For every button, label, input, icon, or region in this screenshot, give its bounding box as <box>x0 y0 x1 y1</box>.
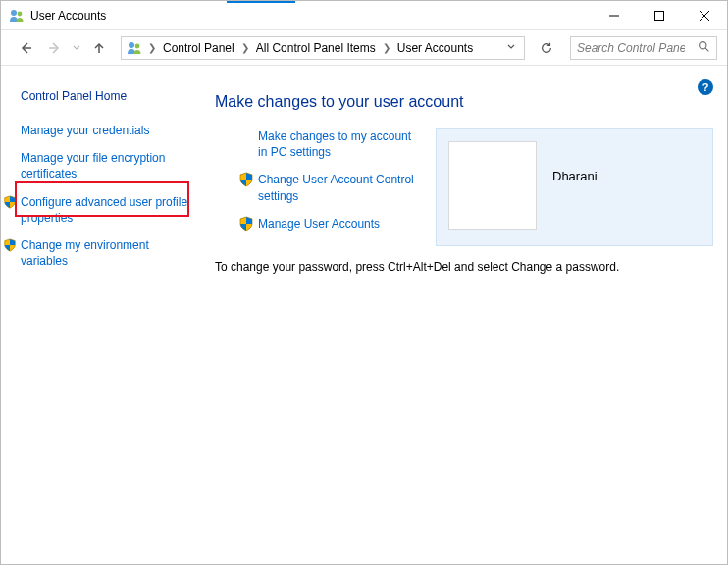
user-name: Dharani <box>552 169 598 183</box>
window-title: User Accounts <box>30 9 106 23</box>
shield-icon <box>3 195 17 209</box>
back-button[interactable] <box>15 36 38 60</box>
user-card: Dharani <box>436 128 713 246</box>
search-box[interactable] <box>570 36 717 60</box>
recent-locations-button[interactable] <box>70 44 83 52</box>
sidebar-link-label: Change my environment variables <box>21 238 149 268</box>
svg-point-9 <box>700 41 706 48</box>
breadcrumb-item[interactable]: All Control Panel Items <box>252 41 380 55</box>
close-button[interactable] <box>682 1 727 30</box>
link-label: Change User Account Control settings <box>258 172 416 203</box>
sidebar-link-label: Configure advanced user profile properti… <box>21 195 187 225</box>
chevron-right-icon[interactable]: ❯ <box>240 42 250 53</box>
link-uac-settings[interactable]: Change User Account Control settings <box>260 172 416 203</box>
content-body: ? Control Panel Home Manage your credent… <box>1 66 727 564</box>
search-input[interactable] <box>577 41 685 55</box>
search-icon[interactable] <box>698 40 710 56</box>
sidebar-link-env-vars[interactable]: Change my environment variables <box>21 237 197 269</box>
main-content: Make changes to your user account Make c… <box>207 66 727 564</box>
chevron-right-icon[interactable]: ❯ <box>147 42 157 53</box>
sidebar: Control Panel Home Manage your credentia… <box>1 66 207 564</box>
svg-rect-3 <box>655 11 664 20</box>
account-links: Make changes to my account in PC setting… <box>215 128 416 246</box>
window-controls <box>592 1 727 30</box>
sidebar-link-advanced-profile[interactable]: Configure advanced user profile properti… <box>21 194 197 226</box>
breadcrumb[interactable]: ❯ Control Panel ❯ All Control Panel Item… <box>121 36 525 60</box>
account-row: Make changes to my account in PC setting… <box>215 128 713 246</box>
svg-line-10 <box>705 48 708 51</box>
maximize-button[interactable] <box>637 1 682 30</box>
minimize-button[interactable] <box>592 1 637 30</box>
control-panel-home-link[interactable]: Control Panel Home <box>21 89 197 103</box>
link-manage-accounts[interactable]: Manage User Accounts <box>260 216 416 231</box>
accent-stripe <box>227 0 295 3</box>
password-note: To change your password, press Ctrl+Alt+… <box>215 260 713 274</box>
link-pc-settings[interactable]: Make changes to my account in PC setting… <box>260 128 416 160</box>
link-label: Make changes to my account in PC setting… <box>258 128 416 160</box>
forward-button[interactable] <box>42 36 66 60</box>
sidebar-link-label: Manage your file encryption certificates <box>21 151 165 180</box>
breadcrumb-dropdown[interactable] <box>502 42 520 53</box>
avatar <box>448 141 537 230</box>
sidebar-link-encryption[interactable]: Manage your file encryption certificates <box>21 150 197 181</box>
breadcrumb-icon <box>126 39 143 57</box>
help-icon[interactable]: ? <box>698 79 713 95</box>
page-heading: Make changes to your user account <box>215 93 713 111</box>
shield-icon <box>238 216 258 231</box>
sidebar-link-label: Manage your credentials <box>21 124 149 137</box>
shield-icon <box>238 172 258 187</box>
refresh-button[interactable] <box>533 36 560 60</box>
breadcrumb-item[interactable]: Control Panel <box>159 41 238 55</box>
sidebar-link-credentials[interactable]: Manage your credentials <box>21 123 197 138</box>
titlebar: User Accounts <box>1 1 727 30</box>
chevron-right-icon[interactable]: ❯ <box>382 42 391 53</box>
shield-icon <box>3 238 17 252</box>
link-label: Manage User Accounts <box>258 216 380 231</box>
toolbar: ❯ Control Panel ❯ All Control Panel Item… <box>1 30 727 66</box>
up-button[interactable] <box>87 36 111 60</box>
breadcrumb-item[interactable]: User Accounts <box>393 41 477 55</box>
user-accounts-icon <box>9 8 25 24</box>
